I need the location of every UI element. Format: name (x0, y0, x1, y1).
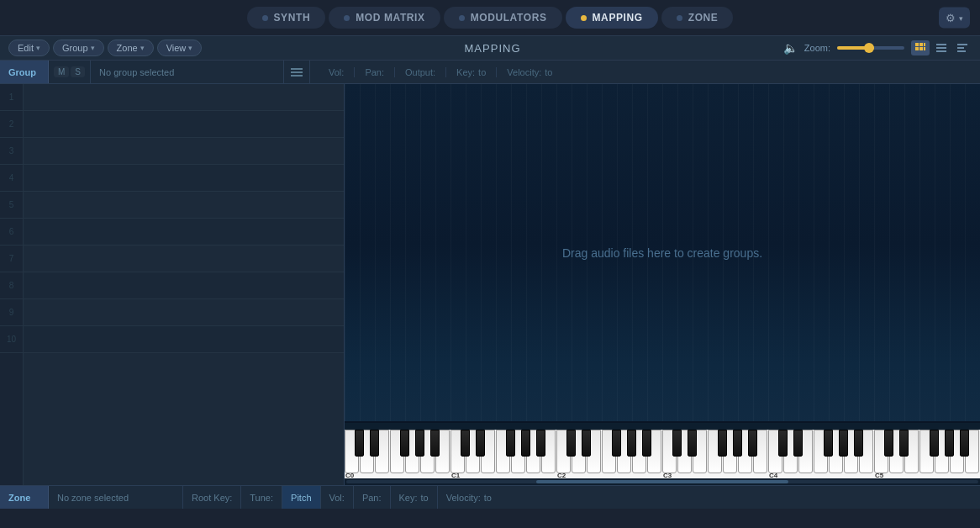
page-title: MAPPING (205, 42, 780, 55)
black-key[interactable] (945, 430, 954, 457)
black-key[interactable] (748, 430, 757, 457)
svg-rect-6 (936, 44, 946, 45)
view-icons (911, 40, 972, 55)
zoom-slider[interactable] (837, 46, 904, 50)
grid-view-icon[interactable] (911, 40, 930, 55)
row-numbers: 1 2 3 4 5 6 7 8 9 10 (0, 84, 24, 485)
group-menu-button[interactable]: Group ▾ (53, 40, 104, 56)
view-menu-button[interactable]: View ▾ (157, 40, 203, 56)
zone-pan-label: Pan: (362, 493, 382, 503)
black-key[interactable] (688, 430, 697, 457)
black-key[interactable] (461, 430, 470, 457)
zone-fields: Root Key: Tune: Pitch Vol: Pan: Key: to … (183, 486, 980, 509)
black-key[interactable] (824, 430, 833, 457)
piano-keys-container: C0C1C2C3C4C5 (345, 423, 980, 478)
zone-menu-button[interactable]: Zone ▾ (108, 40, 154, 56)
tab-mod-matrix[interactable]: MOD MATRIX (329, 7, 440, 29)
tab-mod-matrix-label: MOD MATRIX (356, 12, 424, 24)
black-key[interactable] (400, 430, 409, 457)
svg-rect-4 (919, 47, 923, 50)
group-list-row (24, 326, 344, 353)
zone-root-key-field: Root Key: (183, 486, 241, 509)
tab-modulators-label: MODULATORS (471, 12, 547, 24)
black-key[interactable] (793, 430, 803, 457)
black-key[interactable] (536, 430, 545, 457)
group-list-row (24, 272, 344, 299)
tab-mapping[interactable]: MAPPING (566, 7, 658, 29)
drag-hint: Drag audio files here to create groups. (562, 246, 762, 260)
mute-button[interactable]: M (54, 66, 69, 77)
mod-matrix-dot (344, 15, 350, 21)
zone-key-label: Key: (399, 493, 418, 503)
mapping-area[interactable]: Drag audio files here to create groups. … (345, 84, 980, 485)
zone-label: Zone (117, 43, 138, 53)
black-key[interactable] (612, 430, 621, 457)
svg-rect-5 (924, 47, 925, 50)
group-ms-buttons: M S (49, 61, 91, 83)
horizontal-scrollbar[interactable] (345, 478, 980, 485)
svg-rect-2 (924, 43, 925, 46)
black-key[interactable] (521, 430, 530, 457)
list-view-icon[interactable] (932, 40, 951, 55)
view-chevron: ▾ (188, 44, 192, 52)
octave-label: C5 (875, 472, 883, 478)
black-key[interactable] (430, 430, 440, 457)
zoom-handle (864, 43, 874, 53)
zone-bar: Zone No zone selected Root Key: Tune: Pi… (0, 485, 980, 509)
svg-rect-11 (957, 50, 966, 52)
black-key[interactable] (370, 430, 379, 457)
zone-tune-field: Tune: (241, 486, 282, 509)
chevron-down-icon: ▾ (959, 13, 963, 22)
edit-menu-button[interactable]: Edit ▾ (8, 40, 50, 56)
velocity-to: to (545, 67, 552, 77)
black-key[interactable] (672, 430, 682, 457)
tab-zone[interactable]: ZONE (661, 7, 734, 29)
speaker-icon[interactable]: 🔈 (783, 41, 798, 55)
group-bar-label: Group (0, 61, 49, 83)
zone-name-display: No zone selected (49, 486, 183, 509)
black-key[interactable] (566, 430, 576, 457)
zone-vol-label: Vol: (329, 493, 345, 503)
black-key[interactable] (839, 430, 848, 457)
scrollbar-thumb[interactable] (536, 480, 789, 483)
black-key[interactable] (733, 430, 742, 457)
black-key[interactable] (355, 430, 364, 457)
black-key[interactable] (627, 430, 636, 457)
black-key[interactable] (415, 430, 424, 457)
zoom-label: Zoom: (804, 43, 830, 53)
black-key[interactable] (899, 430, 909, 457)
toolbar: Edit ▾ Group ▾ Zone ▾ View ▾ MAPPING 🔈 Z… (0, 35, 980, 61)
black-key[interactable] (884, 430, 893, 457)
key-label: Key: (456, 67, 475, 77)
group-velocity-field: Velocity: to (497, 67, 562, 77)
black-key[interactable] (642, 430, 651, 457)
octave-label: C3 (663, 472, 672, 478)
svg-rect-3 (915, 47, 919, 50)
group-list[interactable] (24, 84, 344, 485)
black-key[interactable] (582, 430, 591, 457)
svg-rect-7 (936, 47, 946, 49)
black-key[interactable] (930, 430, 939, 457)
black-key[interactable] (476, 430, 485, 457)
zone-bar-label: Zone (0, 486, 49, 509)
group-output-field: Output: (395, 67, 446, 77)
list-view2-icon[interactable] (953, 40, 972, 55)
black-key[interactable] (506, 430, 515, 457)
edit-label: Edit (18, 43, 34, 53)
black-key[interactable] (718, 430, 727, 457)
solo-button[interactable]: S (71, 66, 85, 77)
zone-key-field: Key: to (391, 486, 438, 509)
black-key[interactable] (960, 430, 969, 457)
settings-button[interactable]: ⚙ ▾ (939, 8, 970, 29)
group-menu-icon[interactable] (284, 61, 310, 83)
black-key[interactable] (854, 430, 863, 457)
svg-rect-1 (919, 43, 923, 46)
tab-zone-label: ZONE (688, 12, 719, 24)
tab-synth[interactable]: SYNTH (247, 7, 326, 29)
pan-label: Pan: (365, 67, 384, 77)
group-list-row (24, 165, 344, 192)
group-chevron: ▾ (91, 44, 95, 52)
black-key[interactable] (778, 430, 788, 457)
piano-visual[interactable]: C0C1C2C3C4C5 (345, 423, 980, 478)
tab-modulators[interactable]: MODULATORS (444, 7, 562, 29)
